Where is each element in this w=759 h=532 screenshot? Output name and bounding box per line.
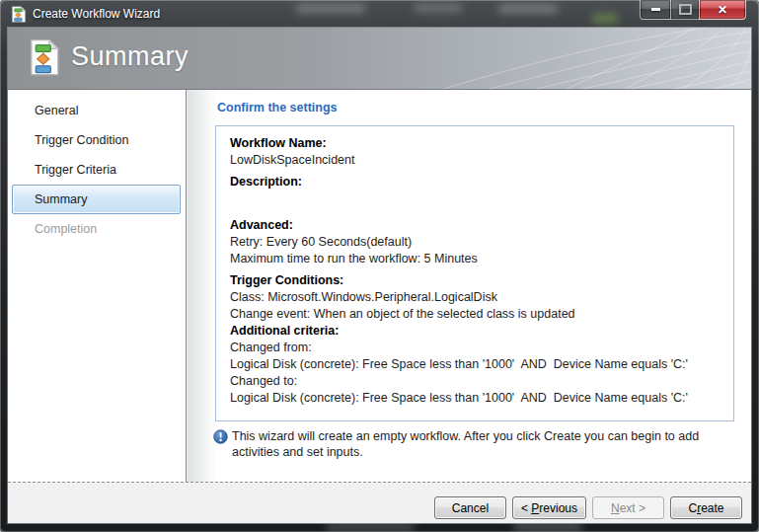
- close-icon: ✕: [718, 4, 727, 16]
- previous-button[interactable]: < Previous: [512, 496, 586, 519]
- mesh-decoration: [411, 28, 751, 89]
- summary-line: Workflow Name:: [230, 135, 723, 152]
- summary-box: Workflow Name: LowDiskSpaceIncident Desc…: [215, 125, 734, 421]
- workflow-document-icon: [11, 6, 27, 27]
- minimize-button[interactable]: [640, 0, 671, 20]
- summary-line: Changed to:: [230, 373, 723, 390]
- sidebar-item-general[interactable]: General: [12, 96, 181, 125]
- sidebar-item-trigger-condition[interactable]: Trigger Condition: [12, 125, 181, 155]
- maximize-button: [671, 0, 699, 20]
- window-title: Create Workflow Wizard: [33, 7, 160, 21]
- info-note-text: This wizard will create an empty workflo…: [232, 428, 726, 460]
- wizard-page-banner: Summary: [8, 28, 751, 90]
- cancel-button[interactable]: Cancel: [434, 496, 506, 519]
- wizard-main: General Trigger Condition Trigger Criter…: [8, 90, 751, 482]
- next-button: Next >: [592, 496, 664, 519]
- summary-line: Additional criteria:: [230, 323, 723, 340]
- window-controls: ✕: [640, 0, 746, 20]
- wizard-info-note: This wizard will create an empty workflo…: [213, 428, 726, 460]
- wizard-button-bar: Cancel < Previous Next > Create: [8, 482, 751, 523]
- sidebar-item-label: General: [35, 104, 78, 117]
- minimize-icon: [651, 8, 660, 11]
- create-button[interactable]: Create: [670, 496, 742, 519]
- summary-line: Logical Disk (concrete): Free Space less…: [230, 390, 723, 407]
- summary-line: Class: Microsoft.Windows.Peripheral.Logi…: [230, 289, 723, 306]
- summary-line: Trigger Conditions:: [230, 272, 723, 289]
- summary-line: Changed from:: [230, 340, 723, 356]
- sidebar-item-completion: Completion: [12, 214, 181, 244]
- summary-line: Retry: Every 60 Seconds(default): [230, 234, 723, 251]
- wizard-content-pane: Confirm the settings Workflow Name: LowD…: [188, 90, 751, 482]
- summary-line: Logical Disk (concrete): Free Space less…: [230, 356, 723, 373]
- summary-line: Maximum time to run the workflow: 5 Minu…: [230, 251, 723, 267]
- sidebar-item-summary[interactable]: Summary: [12, 185, 181, 214]
- summary-line: Description:: [230, 174, 723, 190]
- maximize-icon: [679, 4, 692, 15]
- workflow-document-icon: [30, 38, 59, 80]
- summary-line: Change event: When an object of the sele…: [230, 306, 723, 323]
- glass-blur-artifact: [513, 524, 582, 530]
- confirm-settings-heading: Confirm the settings: [217, 101, 338, 114]
- summary-line: Advanced:: [230, 217, 723, 234]
- sidebar-item-trigger-criteria[interactable]: Trigger Criteria: [12, 155, 181, 185]
- wizard-steps-sidebar: General Trigger Condition Trigger Criter…: [8, 90, 187, 482]
- dialog-body: Summary General Trigger Condition Trigge…: [8, 28, 751, 523]
- close-button[interactable]: ✕: [699, 0, 746, 20]
- info-icon: [213, 429, 228, 448]
- sidebar-item-label: Completion: [35, 222, 97, 236]
- create-workflow-wizard-window: Create Workflow Wizard ✕: [0, 0, 759, 532]
- sidebar-item-label: Trigger Criteria: [35, 163, 116, 177]
- page-title: Summary: [71, 41, 189, 72]
- sidebar-item-label: Summary: [35, 192, 87, 206]
- sidebar-item-label: Trigger Condition: [35, 133, 128, 147]
- summary-line: LowDiskSpaceIncident: [230, 152, 723, 169]
- glass-blur-artifact: [326, 524, 415, 530]
- title-bar: Create Workflow Wizard ✕: [0, 0, 759, 28]
